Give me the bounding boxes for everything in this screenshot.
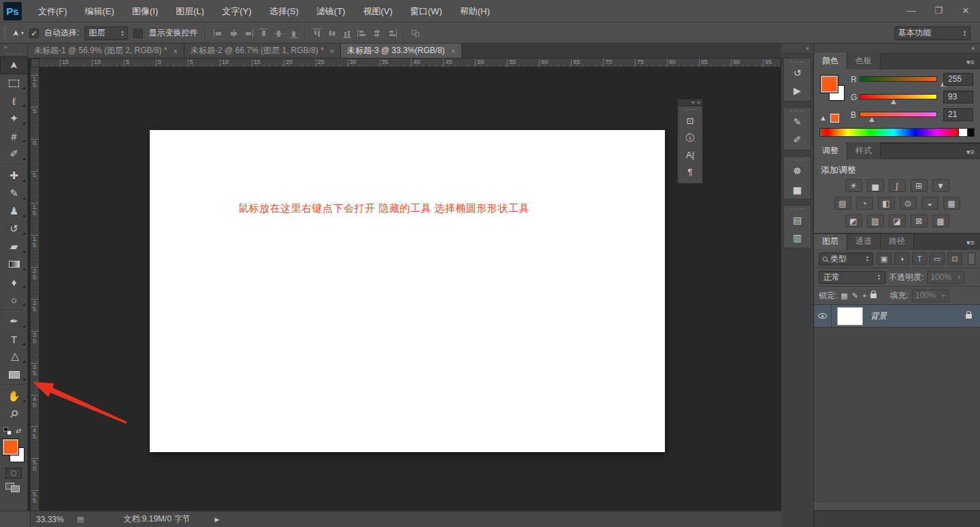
dist-top-button[interactable] [312, 28, 323, 39]
panel-expand-icon[interactable]: » [691, 99, 694, 106]
menu-item-4[interactable]: 文字(Y) [213, 0, 260, 22]
blur-tool[interactable]: ♦ [0, 273, 28, 291]
document-tab-1[interactable]: 未标题-1 @ 56.9% (图层 2, RGB/8) *× [28, 44, 184, 58]
menu-item-5[interactable]: 选择(S) [260, 0, 307, 22]
filter-adjustment-layers-button[interactable]: ◑ [894, 253, 909, 265]
selective-color-button[interactable]: ⊠ [911, 214, 928, 227]
crop-tool[interactable]: # [0, 127, 28, 145]
lock-transparent-pixels-icon[interactable]: ▦ [840, 291, 847, 300]
menu-item-9[interactable]: 帮助(H) [451, 0, 499, 22]
lasso-tool[interactable]: ℓ [0, 92, 28, 110]
fill-dropdown[interactable]: 100% ▼ [912, 289, 949, 302]
show-transform-checkbox[interactable] [133, 29, 143, 38]
color-lookup-button[interactable]: ▦ [943, 197, 960, 210]
blend-mode-dropdown[interactable]: 正常 [819, 271, 885, 284]
align-right-button[interactable] [243, 28, 254, 39]
panel-menu-icon[interactable]: ▾≡ [966, 58, 980, 69]
layer-thumbnail[interactable] [837, 307, 863, 325]
dist-right-button[interactable] [387, 28, 397, 39]
menu-item-0[interactable]: 文件(F) [29, 0, 76, 22]
spectrum-black-swatch[interactable] [968, 128, 975, 137]
gradient-map-button[interactable]: ▩ [932, 214, 949, 227]
history-panel-button[interactable]: ↺ [784, 64, 811, 82]
channel-value-field[interactable]: 21 [943, 108, 973, 121]
spectrum-white-swatch[interactable] [958, 128, 968, 137]
opacity-dropdown[interactable]: 100% ▼ [927, 271, 964, 284]
channel-slider-R[interactable] [860, 76, 937, 82]
align-vcenter-button[interactable] [273, 28, 284, 39]
zoom-level-field[interactable]: 33.33% [36, 515, 70, 524]
info-button[interactable]: ⓘ [678, 129, 702, 146]
brush-tool[interactable]: ✎ [0, 185, 28, 202]
menu-item-3[interactable]: 图层(L) [167, 0, 213, 22]
status-expand-arrow[interactable]: ▶ [214, 516, 219, 523]
screen-mode-button[interactable] [5, 483, 22, 494]
gamut-warning-icon[interactable]: ▲ [819, 114, 827, 122]
current-tool-icon[interactable]: ➤ ▾ [12, 29, 24, 38]
zoom-tool[interactable]: ⚲ [0, 405, 28, 423]
align-bottom-button[interactable] [288, 28, 299, 39]
vibrance-button[interactable]: ▼ [932, 179, 949, 192]
lock-image-pixels-icon[interactable]: ✎ [852, 291, 858, 300]
eraser-tool[interactable]: ▰ [0, 238, 28, 255]
dock-collapse-button[interactable]: « [781, 44, 813, 54]
dist-hcenter-button[interactable] [372, 28, 382, 39]
brush-presets-panel-button[interactable]: ✐ [784, 131, 811, 148]
curves-button[interactable]: ∫ [889, 179, 906, 192]
actions-panel-button[interactable]: ▶ [784, 82, 811, 99]
character-panel-button[interactable]: A| [678, 146, 702, 163]
horizontal-ruler[interactable]: 1510505101520253035404550556065707580859… [39, 59, 781, 67]
levels-button[interactable]: ▅ [867, 179, 884, 192]
black-white-button[interactable]: ◧ [878, 197, 895, 210]
auto-select-target-dropdown[interactable]: 图层 [84, 27, 128, 40]
path-selection-tool[interactable]: ▷ [0, 348, 28, 366]
color-tab-颜色[interactable]: 颜色 [814, 52, 847, 69]
menu-item-6[interactable]: 滤镜(T) [308, 0, 355, 22]
maximize-button[interactable]: ❐ [930, 3, 947, 18]
layers-tab-路径[interactable]: 路径 [881, 233, 914, 250]
vertical-ruler[interactable]: 1 05051 01 52 02 53 03 54 04 55 05 5 [31, 67, 39, 511]
filter-pixel-layers-button[interactable]: ▣ [877, 253, 892, 265]
slider-thumb-icon[interactable] [869, 117, 875, 122]
paragraph-styles-panel-button[interactable]: ▥ [784, 229, 811, 246]
gradient-tool[interactable] [0, 255, 28, 273]
close-tab-icon[interactable]: × [330, 47, 334, 55]
clone-stamp-tool[interactable]: ♟ [0, 202, 28, 220]
foreground-color-swatch[interactable] [3, 439, 18, 455]
menu-item-2[interactable]: 图像(I) [123, 0, 167, 22]
minimize-button[interactable]: — [902, 3, 920, 18]
channel-slider-B[interactable] [860, 112, 937, 117]
dist-bottom-button[interactable] [342, 28, 353, 39]
color-tab-色板[interactable]: 色板 [847, 52, 881, 69]
pen-tool[interactable]: ✒ [0, 313, 28, 330]
layer-row-background[interactable]: 背景 [814, 305, 980, 328]
rectangle-tool[interactable] [0, 366, 28, 383]
align-top-button[interactable] [258, 28, 269, 39]
layer-name[interactable]: 背景 [870, 310, 887, 322]
type-tool[interactable]: T [0, 330, 28, 348]
auto-select-checkbox[interactable]: ✓ [29, 29, 39, 38]
slider-thumb-icon[interactable] [891, 99, 896, 104]
layers-tab-图层[interactable]: 图层 [814, 233, 847, 250]
filter-smart-objects-button[interactable]: ⊡ [947, 253, 962, 265]
filter-type-layers-button[interactable]: T [912, 253, 927, 265]
history-brush-tool[interactable]: ↺ [0, 220, 28, 238]
lock-position-icon[interactable]: + [862, 291, 866, 300]
channel-slider-G[interactable] [860, 94, 937, 99]
brush-panel-button[interactable]: ✎ [784, 113, 811, 131]
hue-saturation-button[interactable]: ▤ [834, 197, 851, 210]
hand-tool[interactable]: ✋ [0, 387, 28, 405]
dist-left-button[interactable] [357, 28, 368, 39]
channel-value-field[interactable]: 93 [943, 91, 973, 103]
workspace-dropdown[interactable]: 基本功能 [894, 27, 970, 40]
menu-item-7[interactable]: 视图(V) [354, 0, 401, 22]
auto-align-button[interactable] [410, 28, 421, 39]
canvas[interactable]: 鼠标放在这里右键点下会打开 隐藏的工具 选择椭圆形形状工具 [150, 130, 665, 452]
channel-value-field[interactable]: 255 [943, 73, 973, 86]
adjustments-tab-样式[interactable]: 样式 [847, 142, 881, 159]
adjustments-tab-调整[interactable]: 调整 [814, 142, 847, 159]
document-tab-2[interactable]: 未标题-2 @ 66.7% (图层 1, RGB/8) *× [184, 44, 341, 58]
move-tool[interactable]: ➤ [0, 57, 28, 74]
invert-button[interactable]: ◩ [845, 214, 862, 227]
tools-collapse-button[interactable]: » [0, 44, 27, 52]
